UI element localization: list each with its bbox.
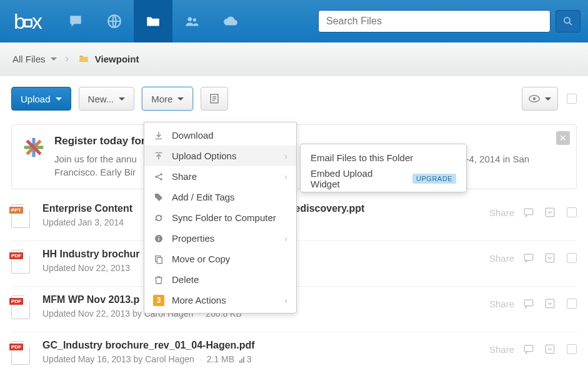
view-button[interactable] — [522, 87, 558, 111]
share-button[interactable]: Share — [486, 299, 514, 309]
svg-rect-11 — [524, 209, 533, 215]
svg-rect-15 — [524, 300, 533, 306]
select-all-checkbox[interactable] — [567, 94, 577, 104]
copy-icon — [153, 254, 164, 265]
info-icon — [153, 233, 164, 244]
file-actions: Share — [486, 205, 577, 219]
upload-icon — [153, 151, 164, 162]
svg-point-6 — [533, 97, 536, 101]
chevron-right-icon: › — [284, 172, 287, 182]
chevron-down-icon — [177, 97, 184, 104]
chevron-down-icon — [56, 97, 62, 104]
svg-rect-23 — [158, 237, 159, 240]
toolbar: Upload New... More — [0, 76, 588, 124]
submenu-embed-widget[interactable]: Embed Upload Widget UPGRADE — [301, 168, 466, 189]
file-actions: Share — [486, 342, 577, 356]
share-button[interactable]: Share — [486, 344, 514, 355]
upgrade-badge: UPGRADE — [412, 174, 456, 184]
dropdown-icon[interactable] — [543, 251, 557, 265]
file-type-icon: PDF — [11, 250, 31, 275]
search-button[interactable] — [556, 10, 581, 32]
comment-icon[interactable] — [522, 251, 536, 265]
dropdown-icon[interactable] — [543, 342, 557, 356]
svg-rect-16 — [546, 299, 554, 308]
chevron-right-icon: › — [284, 295, 287, 305]
sync-icon — [153, 212, 164, 224]
nav-people[interactable] — [172, 0, 211, 42]
svg-rect-14 — [546, 254, 554, 262]
nav-files[interactable] — [134, 0, 172, 42]
menu-sync[interactable]: Sync Folder to Computer — [144, 207, 296, 228]
chevron-down-icon — [51, 57, 57, 64]
row-checkbox[interactable] — [567, 207, 577, 217]
nav-globe[interactable] — [95, 0, 134, 42]
chevron-down-icon — [119, 97, 125, 104]
top-navbar: bx — [0, 0, 588, 42]
menu-move[interactable]: Move or Copy — [144, 249, 296, 269]
svg-rect-12 — [546, 208, 554, 217]
more-label: More — [151, 94, 172, 104]
dropdown-icon[interactable] — [543, 297, 557, 310]
chevron-right-icon: › — [66, 53, 69, 64]
chevron-right-icon: › — [284, 234, 287, 244]
eye-icon — [529, 95, 540, 102]
nav-cloud[interactable] — [211, 0, 250, 42]
svg-point-2 — [193, 18, 196, 21]
menu-properties[interactable]: Properties › — [144, 228, 296, 249]
download-icon — [153, 130, 164, 141]
breadcrumb: All Files › Viewpoint — [0, 42, 588, 76]
folder-icon — [77, 53, 90, 64]
file-type-icon: PDF — [11, 341, 31, 366]
comment-icon[interactable] — [522, 342, 536, 356]
menu-more-actions[interactable]: 3 More Actions › — [144, 290, 296, 310]
svg-rect-13 — [524, 254, 533, 260]
upload-options-submenu: Email Files to this Folder Embed Upload … — [300, 144, 467, 192]
upload-label: Upload — [21, 94, 51, 104]
new-button[interactable]: New... — [79, 87, 135, 111]
trash-icon — [153, 274, 164, 285]
svg-rect-24 — [158, 236, 159, 237]
dropdown-icon[interactable] — [543, 205, 557, 219]
notes-button[interactable] — [201, 87, 228, 111]
file-actions: Share — [486, 297, 577, 310]
note-icon — [209, 93, 220, 104]
banner-close-button[interactable]: ✕ — [556, 131, 570, 145]
more-dropdown: Download Upload Options › Share › Add / … — [144, 122, 297, 314]
row-checkbox[interactable] — [567, 299, 577, 309]
menu-upload-options[interactable]: Upload Options › — [144, 146, 296, 166]
share-icon — [153, 171, 164, 182]
file-row[interactable]: PDF GC_Industry brochure_rev_01_04-Hagen… — [11, 332, 577, 377]
comment-icon[interactable] — [522, 205, 536, 219]
row-checkbox[interactable] — [567, 344, 577, 354]
menu-download[interactable]: Download — [144, 125, 296, 146]
share-button[interactable]: Share — [486, 253, 514, 264]
file-type-icon: PPT — [11, 204, 31, 229]
menu-share[interactable]: Share › — [144, 166, 296, 187]
svg-point-1 — [187, 17, 192, 22]
svg-rect-26 — [157, 257, 162, 263]
search-input[interactable] — [318, 10, 551, 32]
count-badge: 3 — [153, 295, 164, 306]
share-button[interactable]: Share — [486, 207, 514, 218]
nav-messages[interactable] — [56, 0, 95, 42]
chevron-down-icon — [545, 97, 551, 104]
tag-icon — [153, 192, 164, 203]
breadcrumb-current-label: Viewpoint — [95, 54, 139, 64]
box-logo: bx — [14, 9, 41, 34]
menu-tags[interactable]: Add / Edit Tags — [144, 187, 296, 207]
bars-icon — [239, 357, 244, 363]
submenu-email-files[interactable]: Email Files to this Folder — [301, 147, 466, 168]
breadcrumb-root[interactable]: All Files — [12, 54, 57, 64]
more-button[interactable]: More — [142, 87, 193, 111]
breadcrumb-root-label: All Files — [12, 54, 46, 64]
breadcrumb-current[interactable]: Viewpoint — [77, 53, 139, 64]
comment-icon[interactable] — [522, 297, 536, 310]
svg-point-3 — [564, 17, 570, 23]
menu-delete[interactable]: Delete — [144, 269, 296, 290]
upload-button[interactable]: Upload — [11, 87, 71, 111]
row-checkbox[interactable] — [567, 253, 577, 263]
file-meta: Updated May 16, 2013 by Carol Hagen·2.1 … — [42, 354, 486, 364]
svg-rect-17 — [524, 345, 533, 352]
file-type-icon: PDF — [11, 295, 31, 320]
file-name: GC_Industry brochure_rev_01_04-Hagen.pdf — [42, 340, 486, 351]
